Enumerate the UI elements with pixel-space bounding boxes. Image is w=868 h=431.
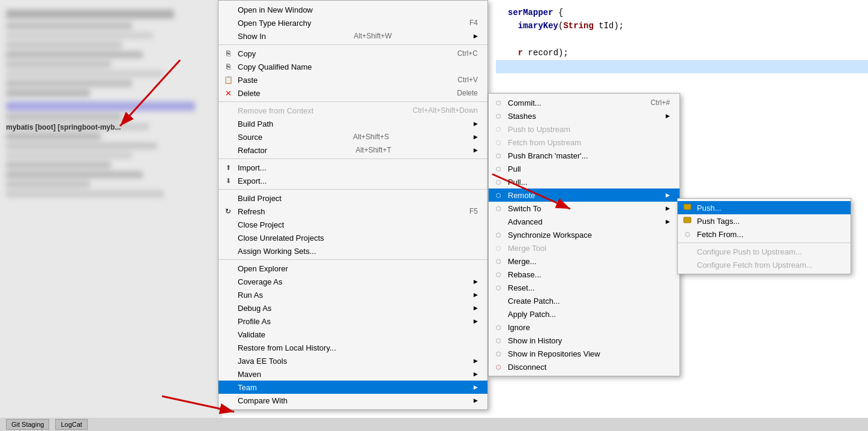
menu-copy[interactable]: ⎘ Copy Ctrl+C [219,47,487,60]
push-upstream-icon: ⬡ [492,123,504,135]
menu-rebase[interactable]: ⬡ Rebase... [489,268,680,281]
show-history-icon: ⬡ [492,334,504,346]
separator-2 [219,101,487,102]
merge-tool-icon: ⬡ [492,242,504,254]
menu-validate[interactable]: Validate [219,328,487,341]
build-path-icon [222,118,234,130]
menu-stashes[interactable]: ⬡ Stashes [489,109,680,122]
menu-assign-working-sets[interactable]: Assign Working Sets... [219,244,487,258]
context-menu-level3-remote[interactable]: Push... Push Tags... ⬡ Fetch From... Con… [677,198,851,274]
menu-push[interactable]: Push... [678,201,851,214]
menu-export[interactable]: ⬇ Export... [219,174,487,187]
open-new-window-icon [222,4,234,16]
menu-remove-from-context[interactable]: Remove from Context Ctrl+Alt+Shift+Down [219,104,487,117]
assign-working-sets-icon [222,245,234,257]
menu-source[interactable]: Source Alt+Shift+S [219,130,487,143]
menu-build-project[interactable]: Build Project [219,191,487,205]
menu-debug-as[interactable]: Debug As [219,301,487,315]
menu-delete[interactable]: ✕ Delete Delete [219,86,487,100]
menu-show-in-repositories[interactable]: ⬡ Show in Repositories View [489,347,680,360]
java-ee-tools-icon [222,355,234,367]
refresh-icon: ↻ [222,205,234,217]
fetch-upstream-icon: ⬡ [492,136,504,148]
menu-copy-qualified-name[interactable]: ⎘ Copy Qualified Name [219,60,487,73]
menu-open-new-window[interactable]: Open in New Window [219,3,487,16]
profile-as-icon [222,315,234,327]
menu-configure-push-upstream[interactable]: Configure Push to Upstream... [678,245,851,258]
separator-1 [219,44,487,45]
sidebar: mybatis [boot] [springboot-myb... [0,0,222,431]
apply-patch-icon [492,308,504,320]
menu-run-as[interactable]: Run As [219,288,487,301]
menu-coverage-as[interactable]: Coverage As [219,275,487,288]
debug-as-icon [222,302,234,314]
menu-java-ee-tools[interactable]: Java EE Tools [219,354,487,367]
open-type-hierarchy-icon [222,17,234,29]
menu-fetch-upstream[interactable]: ⬡ Fetch from Upstream [489,136,680,149]
menu-commit[interactable]: ⬡ Commit... Ctrl+# [489,96,680,109]
menu-pull-dots[interactable]: ⬡ Pull... [489,175,680,188]
sync-icon: ⬡ [492,229,504,241]
menu-show-in-history[interactable]: ⬡ Show in History [489,334,680,347]
menu-show-in[interactable]: Show In Alt+Shift+W [219,29,487,43]
menu-create-patch[interactable]: Create Patch... [489,294,680,307]
separator-3 [219,158,487,159]
code-line-2: imaryKey(String tId); [508,19,856,32]
menu-configure-fetch-upstream[interactable]: Configure Fetch from Upstream... [678,258,851,271]
menu-close-project[interactable]: Close Project [219,218,487,231]
code-line-4: r record); [508,46,856,59]
menu-disconnect[interactable]: ⬡ Disconnect [489,360,680,373]
pull-dots-icon: ⬡ [492,176,504,188]
git-staging-tab[interactable]: Git Staging [6,419,49,430]
validate-icon [222,328,234,340]
context-menu-level2-team[interactable]: ⬡ Commit... Ctrl+# ⬡ Stashes ⬡ Push to U… [488,93,680,376]
show-repos-icon: ⬡ [492,348,504,360]
delete-icon: ✕ [222,87,234,99]
menu-close-unrelated-projects[interactable]: Close Unrelated Projects [219,231,487,244]
menu-import[interactable]: ⬆ Import... [219,161,487,174]
paste-icon: 📋 [222,74,234,86]
open-explorer-icon [222,262,234,274]
close-project-icon [222,219,234,231]
remove-context-icon [222,104,234,116]
menu-compare-with[interactable]: Compare With [219,394,487,407]
fetch-from-icon: ⬡ [681,228,693,240]
menu-switch-to[interactable]: ⬡ Switch To [489,202,680,215]
create-patch-icon [492,295,504,307]
team-icon [222,381,234,393]
menu-merge[interactable]: ⬡ Merge... [489,255,680,268]
refactor-icon [222,144,234,156]
menu-merge-tool[interactable]: ⬡ Merge Tool [489,241,680,255]
menu-ignore[interactable]: ⬡ Ignore [489,321,680,334]
logcat-tab[interactable]: LogCat [55,419,87,430]
menu-apply-patch[interactable]: Apply Patch... [489,307,680,321]
code-line-1: serMapper { [508,6,856,19]
context-menu-level1[interactable]: Open in New Window Open Type Hierarchy F… [218,0,488,410]
menu-push-branch[interactable]: ⬡ Push Branch 'master'... [489,149,680,162]
menu-open-type-hierarchy[interactable]: Open Type Hierarchy F4 [219,16,487,29]
commit-icon: ⬡ [492,97,504,109]
stashes-icon: ⬡ [492,110,504,122]
menu-team[interactable]: Team [219,381,487,394]
menu-restore-from-local-history[interactable]: Restore from Local History... [219,341,487,354]
menu-build-path[interactable]: Build Path [219,117,487,130]
code-line-6 [508,73,856,86]
menu-refactor[interactable]: Refactor Alt+Shift+T [219,143,487,157]
menu-paste[interactable]: 📋 Paste Ctrl+V [219,73,487,86]
menu-fetch-from[interactable]: ⬡ Fetch From... [678,228,851,241]
pull-icon: ⬡ [492,163,504,175]
menu-synchronize-workspace[interactable]: ⬡ Synchronize Workspace [489,228,680,241]
menu-advanced[interactable]: Advanced [489,215,680,228]
menu-open-explorer[interactable]: Open Explorer [219,262,487,275]
menu-maven[interactable]: Maven [219,367,487,381]
menu-profile-as[interactable]: Profile As [219,315,487,328]
menu-pull[interactable]: ⬡ Pull [489,162,680,175]
separator-5 [219,259,487,260]
menu-reset[interactable]: ⬡ Reset... [489,281,680,294]
copy-icon: ⎘ [222,47,234,59]
menu-remote[interactable]: ⬡ Remote [489,188,680,202]
menu-push-tags[interactable]: Push Tags... [678,214,851,228]
show-in-icon [222,30,234,42]
menu-refresh[interactable]: ↻ Refresh F5 [219,205,487,218]
menu-push-upstream[interactable]: ⬡ Push to Upstream [489,122,680,136]
